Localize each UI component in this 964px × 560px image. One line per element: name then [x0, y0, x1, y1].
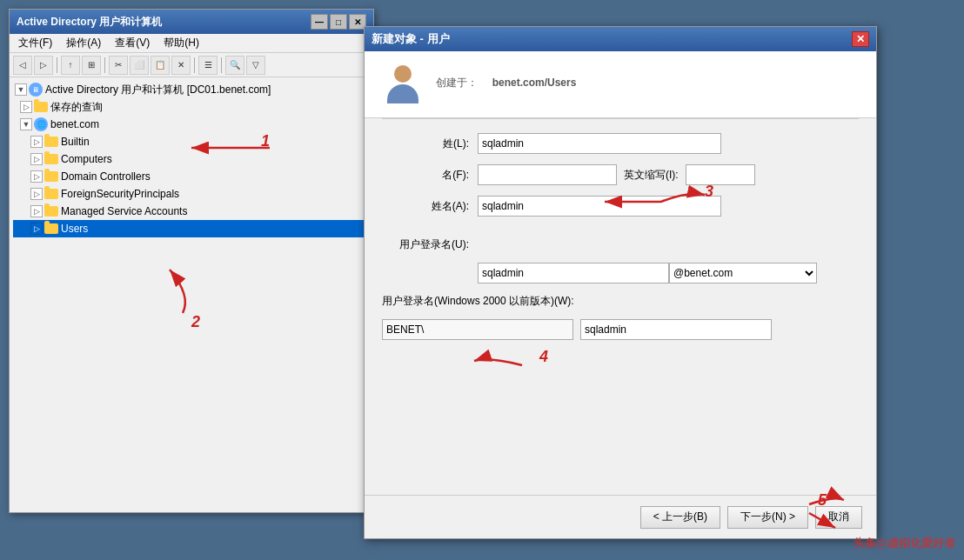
next-button[interactable]: 下一步(N) >	[727, 506, 808, 529]
toolbar-up[interactable]: ↑	[61, 56, 80, 75]
initials-input[interactable]	[686, 164, 755, 185]
users-folder-icon	[44, 222, 58, 236]
toolbar-sep-2	[104, 57, 105, 73]
dialog-window: 新建对象 - 用户 ✕ 创建于： benet.com/Users 姓(L):	[364, 26, 877, 539]
tree-computers-label: Computers	[61, 153, 112, 165]
dialog-header: 创建于： benet.com/Users	[365, 51, 876, 118]
tree-saved-queries[interactable]: ▷ 保存的查询	[13, 98, 370, 116]
loginname-label-row: 用户登录名(U):	[382, 237, 859, 252]
menu-file[interactable]: 文件(F)	[13, 34, 57, 52]
tree-computers[interactable]: ▷ Computers	[13, 150, 370, 168]
legacy-username-input[interactable]	[580, 319, 772, 340]
legacy-label-row: 用户登录名(Windows 2000 以前版本)(W):	[382, 294, 859, 309]
saved-folder-icon	[34, 100, 48, 114]
expand-users-icon[interactable]: ▷	[30, 223, 43, 235]
toolbar-forward[interactable]: ▷	[34, 56, 53, 75]
tree-foreign-security[interactable]: ▷ ForeignSecurityPrincipals	[13, 185, 370, 203]
toolbar-properties[interactable]: ☰	[198, 56, 218, 75]
expand-domain-icon[interactable]: ▼	[20, 118, 32, 130]
toolbar-sep-4	[221, 57, 222, 73]
menu-bar: 文件(F) 操作(A) 查看(V) 帮助(H)	[10, 34, 373, 53]
tree-users-label: Users	[61, 223, 88, 235]
tree-users[interactable]: ▷ Users	[13, 220, 370, 237]
tree-root-label: Active Directory 用户和计算机 [DC01.benet.com]	[45, 83, 271, 97]
menu-view[interactable]: 查看(V)	[110, 34, 155, 52]
dialog-header-info: 创建于： benet.com/Users	[436, 76, 576, 94]
fullname-row: 姓名(A):	[382, 196, 859, 217]
fsp-folder-icon	[44, 187, 58, 201]
tree-domain[interactable]: ▼ 🌐 benet.com	[13, 116, 370, 133]
login-label: 用户登录名(U):	[382, 237, 469, 252]
expand-fsp-icon[interactable]: ▷	[30, 188, 43, 200]
toolbar-sep-1	[57, 57, 57, 73]
maximize-button[interactable]: □	[330, 14, 347, 30]
tree-domain-label: benet.com	[50, 118, 99, 130]
expand-computers-icon[interactable]: ▷	[30, 153, 43, 165]
tree-managed-service[interactable]: ▷ Managed Service Accounts	[13, 203, 370, 220]
toolbar-paste[interactable]: 📋	[151, 56, 170, 75]
avatar-head	[394, 65, 412, 83]
fullname-input[interactable]	[478, 196, 721, 217]
tree-domain-controllers[interactable]: ▷ Domain Controllers	[13, 168, 370, 185]
main-window-title: Active Directory 用户和计算机	[17, 15, 162, 30]
toolbar-find[interactable]: 🔍	[225, 56, 244, 75]
menu-help[interactable]: 帮助(H)	[158, 34, 204, 52]
main-window: Active Directory 用户和计算机 — □ ✕ 文件(F) 操作(A…	[9, 9, 374, 513]
firstname-row: 名(F): 英文缩写(I):	[382, 164, 859, 185]
expand-msa-icon[interactable]: ▷	[30, 205, 43, 217]
user-avatar	[382, 63, 424, 105]
fullname-label: 姓名(A):	[382, 199, 469, 214]
dialog-title: 新建对象 - 用户	[372, 31, 450, 47]
dialog-close-button[interactable]: ✕	[852, 31, 869, 47]
expand-root-icon[interactable]: ▼	[15, 83, 27, 96]
expand-saved-icon[interactable]: ▷	[20, 101, 32, 113]
dc-folder-icon	[44, 170, 58, 183]
menu-action[interactable]: 操作(A)	[61, 34, 106, 52]
toolbar-back[interactable]: ◁	[13, 56, 32, 75]
tree-saved-label: 保存的查询	[50, 100, 103, 115]
tree-root[interactable]: ▼ 🖥 Active Directory 用户和计算机 [DC01.benet.…	[13, 81, 370, 98]
tree-panel: ▼ 🖥 Active Directory 用户和计算机 [DC01.benet.…	[10, 77, 373, 510]
login-input[interactable]	[478, 263, 669, 283]
minimize-button[interactable]: —	[311, 14, 328, 30]
spacer	[382, 227, 859, 237]
tree-builtin-label: Builtin	[61, 136, 90, 148]
expand-dc-icon[interactable]: ▷	[30, 170, 43, 183]
avatar-body	[387, 84, 418, 103]
toolbar-filter[interactable]: ▽	[246, 56, 265, 75]
dialog-title-bar: 新建对象 - 用户 ✕	[365, 27, 876, 51]
cancel-button[interactable]: 取消	[815, 506, 862, 529]
initials-label: 英文缩写(I):	[624, 168, 679, 183]
legacy-domain-input[interactable]	[382, 319, 573, 340]
avatar-figure	[385, 65, 420, 103]
toolbar-cut[interactable]: ✂	[109, 56, 128, 75]
tree-msa-label: Managed Service Accounts	[61, 205, 187, 217]
toolbar: ◁ ▷ ↑ ⊞ ✂ ⬜ 📋 ✕ ☰ 🔍 ▽	[10, 53, 373, 77]
lastname-row: 姓(L):	[382, 133, 859, 154]
lastname-input[interactable]	[478, 133, 721, 154]
tree-builtin[interactable]: ▷ Builtin	[13, 133, 370, 150]
toolbar-grid[interactable]: ⊞	[82, 56, 101, 75]
computers-folder-icon	[44, 152, 58, 166]
loginname-input-row: @benet.com	[382, 263, 859, 283]
msa-folder-icon	[44, 204, 58, 218]
firstname-label: 名(F):	[382, 168, 469, 183]
header-label-text: 创建于：	[436, 77, 478, 89]
root-domain-icon: 🖥	[29, 83, 43, 97]
firstname-input[interactable]	[478, 164, 617, 185]
legacy-input-row	[382, 319, 859, 340]
legacy-login-label: 用户登录名(Windows 2000 以前版本)(W):	[382, 294, 574, 309]
toolbar-copy[interactable]: ⬜	[130, 56, 149, 75]
domain-select[interactable]: @benet.com	[669, 263, 817, 283]
dialog-footer: < 上一步(B) 下一步(N) > 取消	[365, 495, 876, 538]
tree-dc-label: Domain Controllers	[61, 170, 151, 183]
dialog-body: 姓(L): 名(F): 英文缩写(I): 姓名(A): 用户登录名(U): @b…	[365, 119, 876, 364]
expand-builtin-icon[interactable]: ▷	[30, 136, 43, 148]
header-create-label: 创建于： benet.com/Users	[436, 76, 576, 90]
toolbar-delete[interactable]: ✕	[171, 56, 191, 75]
main-title-bar: Active Directory 用户和计算机 — □ ✕	[10, 10, 373, 34]
back-button[interactable]: < 上一步(B)	[640, 506, 720, 529]
title-bar-controls: — □ ✕	[311, 14, 366, 30]
toolbar-sep-3	[194, 57, 195, 73]
watermark: 头条@虚拟化爱好者	[854, 536, 955, 551]
